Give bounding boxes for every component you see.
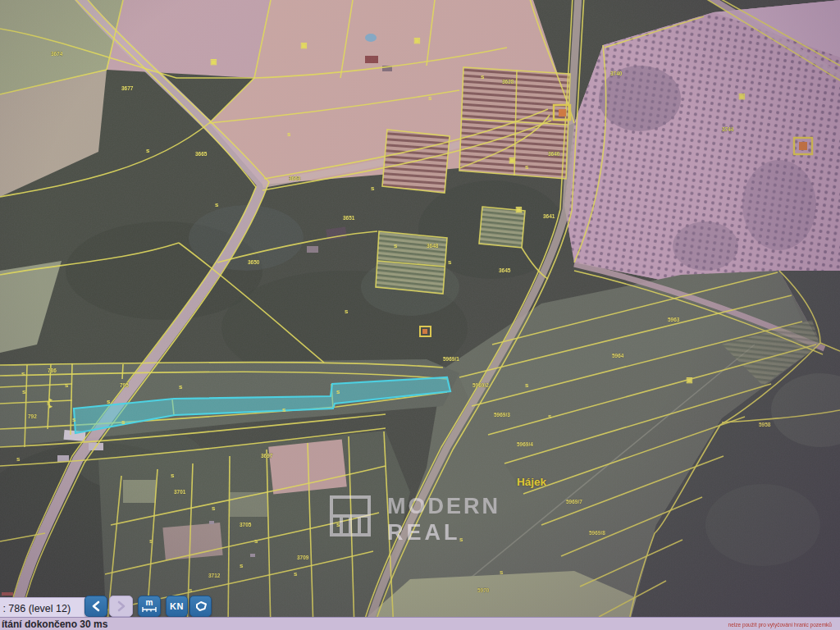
measure-label: m: [146, 600, 153, 606]
map-canvas[interactable]: 3674367736653663365136503648364536413628…: [0, 0, 840, 630]
status-bar: ítání dokončeno 30 ms nelze použít pro v…: [0, 617, 840, 630]
photo-grain: [0, 0, 840, 630]
status-disclaimer: nelze použít pro vytyčování hranic pozem…: [728, 622, 832, 628]
status-message: ítání dokončeno 30 ms: [2, 619, 107, 630]
polygon-select-button[interactable]: [189, 596, 212, 617]
map-viewer-window: 3674367736653663365136503648364536413628…: [0, 0, 840, 630]
measure-tool-button[interactable]: m: [138, 596, 161, 617]
polygon-icon: [194, 600, 208, 613]
map-scale-value: 1 : 786 (level 12): [0, 603, 71, 614]
back-button[interactable]: [84, 596, 107, 617]
ruler-icon: [142, 606, 157, 613]
forward-button[interactable]: [109, 596, 133, 617]
chevron-left-icon: [91, 600, 101, 612]
chevron-right-icon: [116, 600, 126, 612]
cadastre-kn-button[interactable]: KN: [166, 596, 188, 617]
